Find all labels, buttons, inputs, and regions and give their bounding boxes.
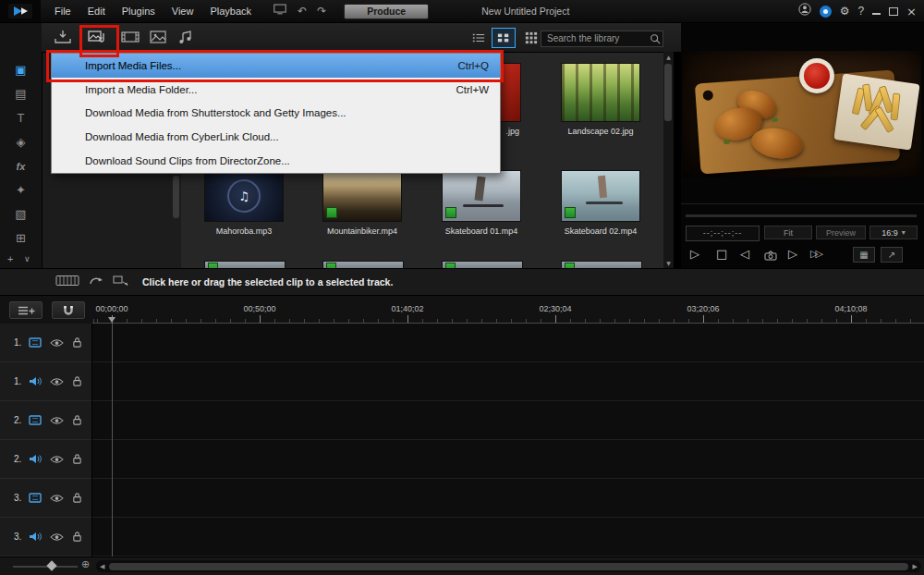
more-rooms-chevron-icon[interactable]: ∨ xyxy=(24,251,30,266)
import-media-button[interactable] xyxy=(83,27,111,47)
scrollbar-thumb[interactable] xyxy=(664,64,672,121)
redo-icon[interactable]: ↷ xyxy=(317,0,326,22)
track-header-audio-1[interactable]: 1. xyxy=(0,362,91,401)
zoom-slider[interactable] xyxy=(13,566,78,568)
media-room-tab[interactable]: ▣ xyxy=(0,59,42,81)
folder-pane-scrollbar[interactable] xyxy=(173,176,179,218)
library-scrollbar[interactable]: ▲ ▼ xyxy=(663,52,674,268)
snapshot-button[interactable] xyxy=(764,249,777,265)
lock-icon[interactable] xyxy=(72,492,82,504)
seek-slider[interactable] xyxy=(686,214,917,217)
track-lane[interactable] xyxy=(92,440,924,479)
lock-icon[interactable] xyxy=(72,375,82,387)
track-lane[interactable] xyxy=(92,518,924,557)
media-item-skateboard-01-mp4[interactable] xyxy=(442,170,521,222)
eye-icon[interactable] xyxy=(50,416,64,425)
storyboard-icon[interactable] xyxy=(55,274,79,290)
scroll-right-icon[interactable]: ▶ xyxy=(913,563,918,570)
previous-frame-button[interactable]: ◁ xyxy=(740,246,749,263)
scroll-down-icon[interactable]: ▼ xyxy=(663,260,674,266)
add-room-button[interactable]: + xyxy=(7,251,13,266)
eye-icon[interactable] xyxy=(50,338,64,348)
eye-icon[interactable] xyxy=(50,532,64,542)
menu-item-download-directorzone[interactable]: Download Sound Clips from DirectorZone..… xyxy=(52,149,500,173)
lock-icon[interactable] xyxy=(72,531,82,543)
scroll-left-icon[interactable]: ◀ xyxy=(100,563,104,570)
minimize-button[interactable] xyxy=(872,3,881,19)
undock-preview-button[interactable]: ↗ xyxy=(881,247,903,263)
eye-icon[interactable] xyxy=(50,377,64,386)
undo-icon[interactable]: ↶ xyxy=(298,0,307,22)
media-item-partial[interactable] xyxy=(442,261,523,268)
track-header-video-3[interactable]: 3. xyxy=(0,479,91,518)
menu-item-import-media-files[interactable]: Import Media Files... Ctrl+Q xyxy=(52,54,500,78)
close-button[interactable]: × xyxy=(906,5,917,18)
drag-to-track-icon[interactable] xyxy=(113,274,129,290)
track-lane[interactable] xyxy=(92,401,924,440)
play-button[interactable]: ▷ xyxy=(690,246,699,263)
effect-room-tab[interactable]: fx xyxy=(0,155,42,177)
media-item-landscape-02[interactable] xyxy=(561,63,640,122)
track-lane[interactable] xyxy=(92,362,924,401)
menu-item-download-shutterstock[interactable]: Download Media from Shutterstock and Get… xyxy=(52,102,500,126)
media-item-partial[interactable] xyxy=(204,261,286,268)
media-item-partial[interactable] xyxy=(322,261,404,268)
transition-room-tab[interactable]: ◈ xyxy=(0,131,42,153)
preview-viewer[interactable] xyxy=(683,51,921,177)
lock-icon[interactable] xyxy=(72,453,82,465)
media-item-skateboard-02-mp4[interactable] xyxy=(561,170,640,222)
menu-plugins[interactable]: Plugins xyxy=(114,0,164,22)
title-room-tab[interactable]: T xyxy=(0,107,42,129)
track-manager-button[interactable] xyxy=(9,301,43,319)
overlay-room-tab[interactable]: ▧ xyxy=(0,203,42,226)
snap-magnet-button[interactable] xyxy=(52,301,85,319)
playhead-handle[interactable] xyxy=(108,317,116,323)
quality-dropdown[interactable]: Preview xyxy=(816,226,866,239)
menu-view[interactable]: View xyxy=(164,0,202,22)
insert-arrow-icon[interactable] xyxy=(89,274,103,290)
zoom-slider-handle[interactable] xyxy=(46,560,56,570)
particle-room-tab[interactable]: ✦ xyxy=(0,179,42,202)
import-button[interactable] xyxy=(49,27,77,47)
settings-gear-icon[interactable]: ⚙ xyxy=(840,5,850,18)
menu-edit[interactable]: Edit xyxy=(79,0,114,22)
media-item-partial[interactable] xyxy=(561,261,642,268)
playhead-line[interactable] xyxy=(112,324,113,557)
zoom-in-icon[interactable]: ⊕ xyxy=(81,558,90,570)
produce-preview-button[interactable]: ▦ xyxy=(853,247,875,263)
track-header-audio-2[interactable]: 2. xyxy=(0,440,91,479)
timeline-ruler[interactable]: 00;00;00 00;50;00 01;40;02 02;30;04 03;2… xyxy=(92,301,924,324)
menu-file[interactable]: File xyxy=(46,0,79,22)
timeline-scrollbar[interactable]: ◀ ▶ xyxy=(96,560,921,572)
help-icon[interactable]: ? xyxy=(857,5,864,18)
menu-item-download-cyberlink-cloud[interactable]: Download Media from CyberLink Cloud... xyxy=(52,125,500,149)
scrollbar-thumb[interactable] xyxy=(109,563,908,570)
lock-icon[interactable] xyxy=(72,414,82,426)
track-lane[interactable] xyxy=(92,324,924,362)
eye-icon[interactable] xyxy=(50,455,64,464)
cloud-account-icon[interactable] xyxy=(820,6,832,18)
track-header-video-2[interactable]: 2. xyxy=(0,401,91,440)
aspect-ratio-dropdown[interactable]: 16:9 ▾ xyxy=(869,226,918,239)
fit-dropdown[interactable]: Fit xyxy=(764,226,812,239)
capture-icon[interactable] xyxy=(273,0,287,22)
filter-video-button[interactable] xyxy=(116,27,144,47)
menu-item-import-media-folder[interactable]: Import a Media Folder... Ctrl+W xyxy=(52,78,500,102)
adjustment-room-tab[interactable]: ▤ xyxy=(0,83,42,105)
lock-icon[interactable] xyxy=(72,336,82,349)
grid-view-button[interactable] xyxy=(492,28,516,48)
menu-playback[interactable]: Playback xyxy=(201,0,260,22)
list-view-button[interactable] xyxy=(467,28,491,48)
filter-photo-button[interactable] xyxy=(144,27,172,47)
track-lane[interactable] xyxy=(92,479,924,518)
track-header-audio-3[interactable]: 3. xyxy=(0,518,91,557)
stop-button[interactable]: □ xyxy=(716,246,727,263)
next-frame-button[interactable]: ▷ xyxy=(788,246,797,263)
filter-audio-button[interactable] xyxy=(172,27,200,47)
account-icon[interactable] xyxy=(798,3,811,19)
chapter-room-tab[interactable]: ⊞ xyxy=(0,227,42,250)
media-item-mountainbiker-mp4[interactable] xyxy=(322,170,402,222)
scroll-up-icon[interactable]: ▲ xyxy=(663,54,674,60)
track-header-video-1[interactable]: 1. xyxy=(0,324,91,362)
restore-button[interactable] xyxy=(889,3,898,19)
